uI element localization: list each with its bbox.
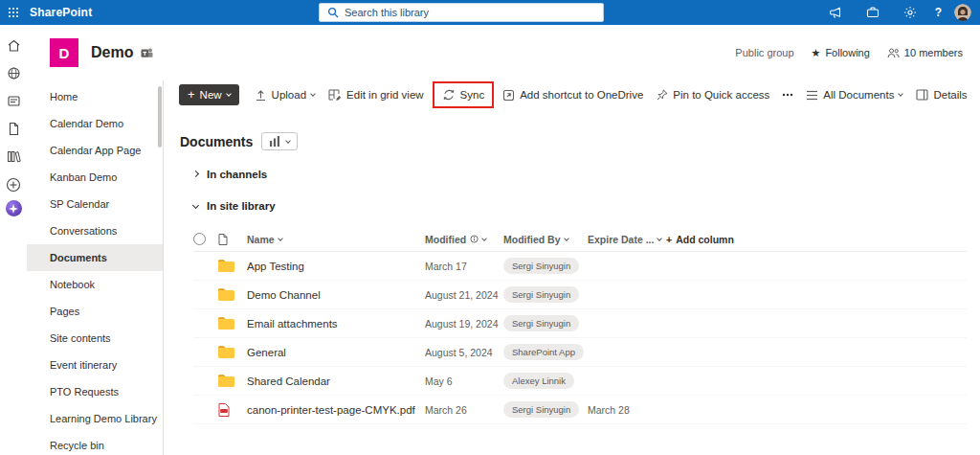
table-row[interactable]: General August 5, 2024 SharePoint App <box>193 338 967 367</box>
modified-by-badge[interactable]: Alexey Linnik <box>503 373 574 389</box>
sync-button[interactable]: Sync <box>435 83 492 106</box>
table-row[interactable]: Shared Calendar May 6 Alexey Linnik <box>193 367 967 396</box>
table-row[interactable]: Email attachments August 19, 2024 Sergi … <box>193 309 967 338</box>
column-header-name[interactable]: Name <box>247 234 425 245</box>
sidebar-item-recycle-bin[interactable]: Recycle bin <box>27 432 163 455</box>
app-title: SharePoint <box>30 6 92 19</box>
site-title[interactable]: Demo <box>91 44 133 61</box>
command-bar: + New Upload Edit in grid view Sync Add … <box>165 80 980 109</box>
sidebar-item-documents[interactable]: Documents <box>27 244 163 271</box>
home-icon <box>7 38 21 53</box>
table-row[interactable]: App Testing March 17 Sergi Sinyugin <box>193 252 967 281</box>
library-icon <box>7 149 21 164</box>
plus-icon: + <box>666 234 672 245</box>
sync-icon <box>442 88 456 102</box>
sidebar-scrollbar[interactable] <box>158 86 162 148</box>
search-input[interactable] <box>345 7 595 18</box>
plus-circle-icon <box>6 177 21 193</box>
pin-quick-access-button[interactable]: Pin to Quick access <box>650 84 776 106</box>
add-column-button[interactable]: +Add column <box>666 234 771 245</box>
file-name: Shared Calendar <box>247 375 425 387</box>
sidebar-item-pages[interactable]: Pages <box>27 298 163 325</box>
sidebar-item-calendar-demo[interactable]: Calendar Demo <box>27 110 163 137</box>
column-header-modified-by[interactable]: Modified By <box>503 234 588 245</box>
sidebar-item-event-itinerary[interactable]: Event itinerary <box>27 352 163 378</box>
appbar-news-button[interactable] <box>7 94 21 108</box>
site-header-meta: Public group ★ Following 10 members <box>735 47 980 58</box>
table-row[interactable]: canon-printer-test-page-CMYK.pdf March 2… <box>193 396 967 424</box>
section-in-site-library[interactable]: In site library <box>189 198 279 214</box>
app-bar <box>0 25 27 455</box>
details-pane-icon <box>916 89 928 101</box>
appbar-files-button[interactable] <box>7 122 21 136</box>
settings-button[interactable] <box>898 1 923 24</box>
settings-gear-icon <box>903 6 917 19</box>
library-content: + New Upload Edit in grid view Sync Add … <box>165 80 980 455</box>
add-shortcut-onedrive-button[interactable]: Add shortcut to OneDrive <box>496 84 650 106</box>
sidebar-item-sp-calendar[interactable]: SP Calendar <box>27 191 163 217</box>
channel-view-switcher[interactable] <box>261 132 298 150</box>
folder-icon <box>218 317 234 330</box>
column-header-expire-date[interactable]: Expire Date ... <box>588 234 666 245</box>
more-commands-button[interactable] <box>776 88 799 102</box>
briefcase-button[interactable] <box>860 1 885 24</box>
privacy-label: Public group <box>735 47 793 58</box>
select-all-checkbox[interactable] <box>193 233 206 245</box>
sidebar-item-pto-requests[interactable]: PTO Requests <box>27 378 163 405</box>
sidebar-item-kanban-demo[interactable]: Kanban Demo <box>27 164 163 191</box>
columns-icon <box>269 136 280 147</box>
file-name: Email attachments <box>247 318 425 330</box>
suite-bar-actions: ? <box>823 0 980 25</box>
appbar-lists-button[interactable] <box>7 149 21 164</box>
sidebar-item-conversations[interactable]: Conversations <box>27 217 163 244</box>
appbar-create-button[interactable] <box>6 177 21 193</box>
modified-date: May 6 <box>425 375 503 387</box>
copilot-button[interactable] <box>6 200 22 216</box>
view-selector-button[interactable]: All Documents <box>799 84 909 105</box>
search-box[interactable] <box>319 3 604 22</box>
details-pane-button[interactable]: Details <box>909 84 973 105</box>
site-logo[interactable]: D <box>50 38 78 67</box>
sidebar-item-calendar-app-page[interactable]: Calendar App Page <box>27 137 163 164</box>
help-button[interactable]: ? <box>935 7 942 18</box>
documents-table: Name Modified Modified By Expire Date ..… <box>193 227 967 424</box>
chevron-down-icon <box>564 236 569 241</box>
modified-by-badge[interactable]: Sergi Sinyugin <box>503 401 579 418</box>
table-header-row: Name Modified Modified By Expire Date ..… <box>193 227 967 252</box>
table-row[interactable]: Demo Channel August 21, 2024 Sergi Sinyu… <box>193 281 967 309</box>
list-view-icon <box>806 90 818 101</box>
new-button[interactable]: + New <box>179 84 239 105</box>
modified-by-badge[interactable]: Sergi Sinyugin <box>503 286 579 303</box>
modified-by-badge[interactable]: Sergi Sinyugin <box>503 258 579 274</box>
following-button[interactable]: ★ Following <box>812 47 870 58</box>
announcements-button[interactable] <box>823 1 848 24</box>
folder-icon <box>218 288 234 301</box>
appbar-sites-button[interactable] <box>7 66 21 80</box>
modified-by-badge[interactable]: Sergi Sinyugin <box>503 315 579 331</box>
file-name: General <box>247 347 425 358</box>
edit-grid-view-button[interactable]: Edit in grid view <box>322 84 431 106</box>
members-button[interactable]: 10 members <box>887 47 963 58</box>
teams-icon <box>141 47 153 59</box>
app-launcher-button[interactable] <box>0 0 27 25</box>
column-header-modified[interactable]: Modified <box>425 234 503 245</box>
sidebar-item-site-contents[interactable]: Site contents <box>27 325 163 352</box>
waffle-icon <box>8 7 19 18</box>
avatar[interactable] <box>954 4 971 21</box>
plus-icon: + <box>188 88 195 101</box>
ellipsis-icon <box>782 93 793 97</box>
search-icon <box>327 7 339 18</box>
sidebar-item-home[interactable]: Home <box>27 83 163 110</box>
appbar-home-button[interactable] <box>7 38 21 53</box>
pin-icon <box>657 89 668 102</box>
library-title-row: Documents <box>180 132 980 150</box>
sidebar-item-notebook[interactable]: Notebook <box>27 271 163 298</box>
file-name: canon-printer-test-page-CMYK.pdf <box>247 404 425 416</box>
section-in-channels[interactable]: In channels <box>189 167 271 182</box>
sidebar-item-learning-demo-library[interactable]: Learning Demo Library <box>27 405 163 432</box>
upload-button[interactable]: Upload <box>248 84 322 106</box>
modified-by-badge[interactable]: SharePoint App <box>503 344 584 360</box>
site-header: D Demo Public group ★ Following 10 membe… <box>27 25 980 80</box>
library-title: Documents <box>180 134 253 149</box>
filter-button[interactable] <box>974 84 980 105</box>
